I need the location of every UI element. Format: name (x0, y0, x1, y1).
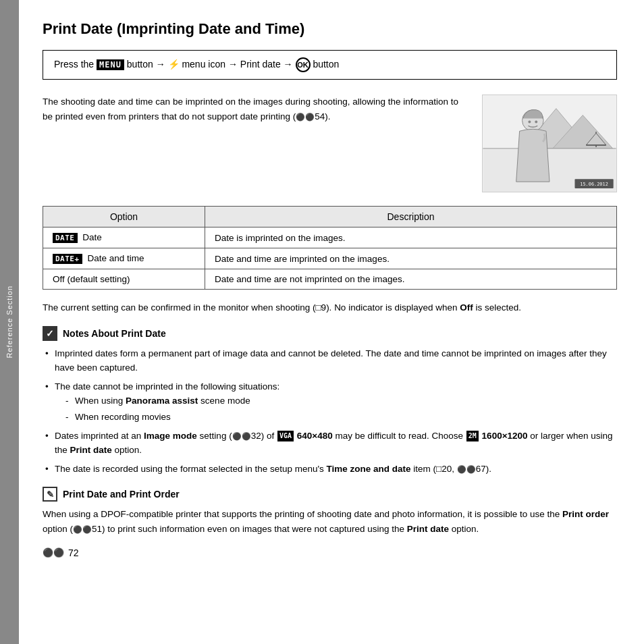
pencil-icon (43, 487, 57, 502)
description-date-time: Date and time are imprinted on the image… (205, 248, 617, 269)
sub-list: When using Panorama assist scene mode Wh… (65, 394, 617, 424)
intro-section: The shooting date and time can be imprin… (43, 95, 617, 192)
table-col-description: Description (205, 207, 617, 227)
notes-title: Notes About Print Date (63, 328, 166, 339)
notes-header: Notes About Print Date (43, 326, 617, 341)
vga-icon: VGA (277, 431, 294, 441)
side-tab-label: Reference Section (5, 286, 14, 358)
side-tab: Reference Section (0, 0, 19, 644)
current-setting-note: The current setting can be confirmed in … (43, 300, 617, 315)
list-item: When recording movies (65, 410, 617, 425)
option-date: DATE Date (43, 227, 205, 248)
2m-icon: 2M (466, 431, 479, 441)
svg-text:15.06.2012: 15.06.2012 (580, 182, 608, 187)
print-order-header: Print Date and Print Order (43, 487, 617, 502)
page-number: 72 (68, 547, 79, 558)
option-date-time: DATE+ Date and time (43, 248, 205, 269)
table-row: DATE Date Date is imprinted on the image… (43, 227, 617, 248)
list-item: The date is recorded using the format se… (45, 462, 617, 477)
svg-point-10 (535, 120, 537, 123)
table-row: Off (default setting) Date and time are … (43, 269, 617, 290)
table-col-option: Option (43, 207, 205, 227)
datep-badge: DATE+ (53, 254, 82, 264)
main-content: Print Date (Imprinting Date and Time) Pr… (19, 0, 644, 644)
list-item: The date cannot be imprinted in the foll… (45, 379, 617, 425)
nav-instruction-box: Press the MENU button → ⚡ menu icon → Pr… (43, 50, 617, 80)
page-footer: ⚫⚫ 72 (43, 547, 617, 558)
description-off: Date and time are not imprinted on the i… (205, 269, 617, 290)
menu-button-label: MENU (97, 59, 124, 70)
svg-point-9 (528, 120, 531, 123)
check-icon (43, 326, 57, 341)
options-table: Option Description DATE Date Date is imp… (43, 206, 617, 290)
print-order-section: Print Date and Print Order When using a … (43, 487, 617, 536)
footer-icon: ⚫⚫ (43, 547, 64, 558)
notes-section: Notes About Print Date Imprinted dates f… (43, 326, 617, 477)
list-item: When using Panorama assist scene mode (65, 394, 617, 408)
notes-list: Imprinted dates form a permanent part of… (45, 346, 617, 477)
option-off: Off (default setting) (43, 269, 205, 290)
print-order-paragraph: When using a DPOF-compatible printer tha… (43, 507, 617, 536)
page-title: Print Date (Imprinting Date and Time) (43, 20, 617, 38)
intro-paragraph: The shooting date and time can be imprin… (43, 95, 468, 192)
print-order-title: Print Date and Print Order (63, 489, 180, 500)
ok-button-label: OK (296, 57, 311, 72)
list-item: Imprinted dates form a permanent part of… (45, 346, 617, 375)
date-badge: DATE (53, 233, 78, 243)
list-item: Dates imprinted at an Image mode setting… (45, 429, 617, 458)
table-row: DATE+ Date and time Date and time are im… (43, 248, 617, 269)
description-date: Date is imprinted on the images. (205, 227, 617, 248)
camera-scene-image: 15.06.2012 (482, 95, 617, 192)
